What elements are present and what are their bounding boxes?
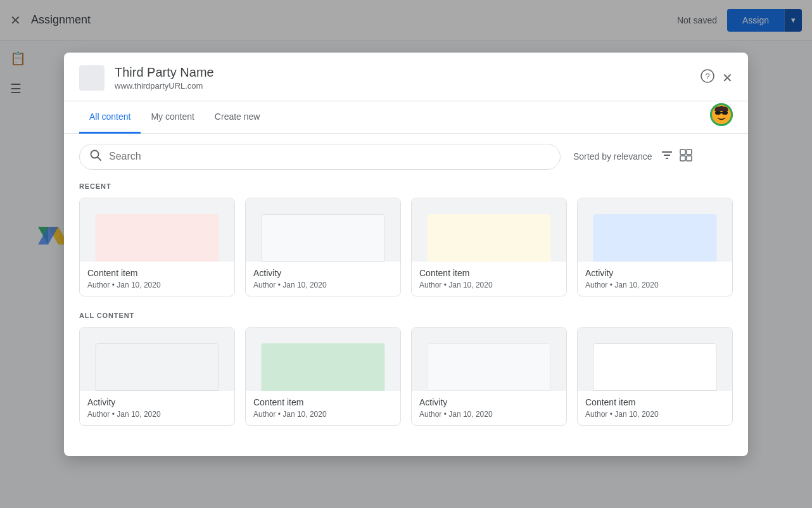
svg-rect-15 (680, 149, 685, 155)
card-meta: Author • Jan 10, 2020 (585, 281, 725, 289)
thumbnail-image (95, 343, 219, 391)
list-item[interactable]: Content item Author • Jan 10, 2020 (411, 198, 567, 296)
list-item[interactable]: Content item Author • Jan 10, 2020 (79, 198, 235, 296)
svg-rect-16 (687, 149, 692, 155)
svg-rect-8 (722, 111, 728, 115)
card-meta: Author • Jan 10, 2020 (87, 281, 227, 289)
card-info: Activity Author • Jan 10, 2020 (412, 391, 566, 425)
card-thumbnail (246, 327, 400, 391)
all-content-section: ALL CONTENT Activity Author • Jan 10, 20… (79, 312, 733, 426)
search-icon (90, 149, 101, 164)
card-title: Content item (585, 397, 725, 407)
tab-create-new[interactable]: Create new (205, 101, 270, 134)
all-content-section-header: ALL CONTENT (79, 312, 733, 319)
svg-rect-17 (680, 156, 685, 161)
thumbnail-image (261, 214, 384, 262)
svg-rect-7 (715, 111, 721, 115)
user-avatar[interactable] (710, 103, 733, 126)
card-thumbnail (412, 198, 566, 262)
grid-view-icon[interactable] (679, 148, 693, 165)
card-info: Activity Author • Jan 10, 2020 (246, 262, 400, 296)
tab-my-content[interactable]: My content (141, 101, 204, 134)
modal-header-actions: ? ✕ (701, 69, 733, 86)
list-item[interactable]: Activity Author • Jan 10, 2020 (245, 198, 401, 296)
recent-content-grid: Content item Author • Jan 10, 2020 Activ… (79, 198, 733, 296)
svg-line-11 (98, 157, 101, 160)
tab-all-content[interactable]: All content (79, 101, 141, 134)
sort-actions (660, 148, 693, 165)
recent-section: RECENT Content item Author • Jan 10, 202… (79, 182, 733, 296)
search-bar-container: Sorted by relevance (79, 144, 733, 170)
card-meta: Author • Jan 10, 2020 (419, 281, 559, 289)
search-bar (79, 144, 561, 170)
card-thumbnail (80, 198, 234, 262)
modal-title: Third Party Name (115, 65, 701, 80)
card-thumbnail (80, 327, 234, 391)
modal-overlay: Third Party Name www.thirdpartyURL.com ?… (0, 0, 812, 508)
card-meta: Author • Jan 10, 2020 (87, 410, 227, 419)
card-thumbnail (412, 327, 566, 391)
modal-title-group: Third Party Name www.thirdpartyURL.com (115, 65, 701, 91)
card-info: Content item Author • Jan 10, 2020 (246, 391, 400, 425)
list-item[interactable]: Activity Author • Jan 10, 2020 (411, 327, 567, 426)
svg-rect-9 (721, 112, 722, 113)
modal-body: Sorted by relevance (64, 134, 748, 456)
card-info: Content item Author • Jan 10, 2020 (578, 391, 732, 425)
modal-close-icon[interactable]: ✕ (722, 70, 733, 86)
card-title: Activity (253, 268, 393, 278)
card-title: Activity (87, 397, 227, 407)
thumbnail-image (427, 343, 550, 391)
modal-tabs: All content My content Create new (64, 101, 748, 134)
svg-rect-18 (687, 156, 692, 161)
search-input[interactable] (109, 151, 550, 162)
thumbnail-image (427, 214, 550, 262)
card-meta: Author • Jan 10, 2020 (253, 281, 393, 289)
sort-filter-icon[interactable] (660, 148, 674, 165)
list-item[interactable]: Content item Author • Jan 10, 2020 (245, 327, 401, 426)
card-meta: Author • Jan 10, 2020 (419, 410, 559, 419)
thumbnail-image (261, 343, 384, 391)
card-thumbnail (578, 198, 732, 262)
thumbnail-image (593, 214, 716, 262)
modal-header: Third Party Name www.thirdpartyURL.com ?… (64, 53, 748, 101)
card-title: Activity (419, 397, 559, 407)
card-title: Content item (419, 268, 559, 278)
card-title: Content item (253, 397, 393, 407)
svg-text:?: ? (705, 72, 709, 81)
recent-section-header: RECENT (79, 182, 733, 190)
modal-url: www.thirdpartyURL.com (115, 81, 701, 91)
list-item[interactable]: Content item Author • Jan 10, 2020 (577, 327, 733, 426)
modal-logo (79, 65, 105, 91)
card-title: Content item (87, 268, 227, 278)
card-thumbnail (246, 198, 400, 262)
card-title: Activity (585, 268, 725, 278)
list-item[interactable]: Activity Author • Jan 10, 2020 (577, 198, 733, 296)
card-thumbnail (578, 327, 732, 391)
thumbnail-image (95, 214, 219, 262)
sort-label: Sorted by relevance (573, 151, 652, 162)
card-info: Content item Author • Jan 10, 2020 (80, 262, 234, 296)
card-info: Activity Author • Jan 10, 2020 (80, 391, 234, 425)
help-icon[interactable]: ? (701, 69, 714, 86)
all-content-grid: Activity Author • Jan 10, 2020 Content i… (79, 327, 733, 426)
thumbnail-image (593, 343, 716, 391)
card-meta: Author • Jan 10, 2020 (253, 410, 393, 419)
card-info: Content item Author • Jan 10, 2020 (412, 262, 566, 296)
card-info: Activity Author • Jan 10, 2020 (578, 262, 732, 296)
list-item[interactable]: Activity Author • Jan 10, 2020 (79, 327, 235, 426)
card-meta: Author • Jan 10, 2020 (585, 410, 725, 419)
modal-dialog: Third Party Name www.thirdpartyURL.com ?… (64, 53, 748, 456)
